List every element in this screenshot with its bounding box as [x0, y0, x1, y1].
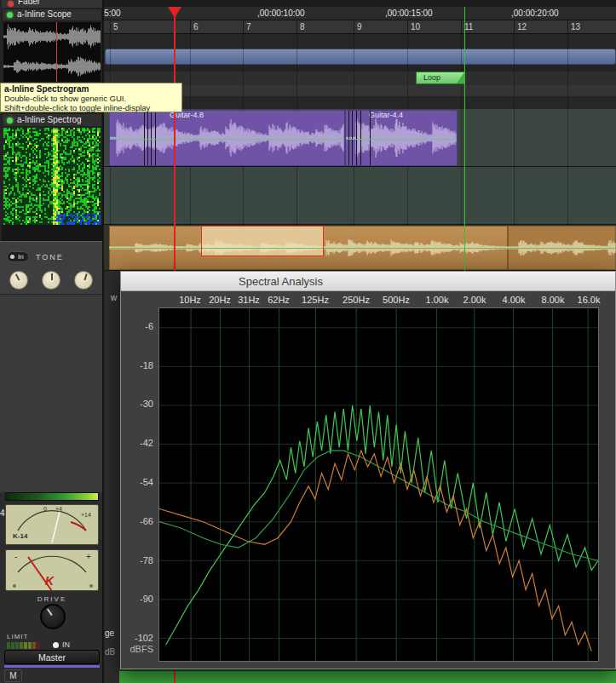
drive-knob[interactable] — [40, 604, 66, 629]
processor-scope-label: a-Inline Scope — [17, 9, 72, 19]
knob-pointer-icon — [83, 273, 87, 280]
timecode-label: ,00:00:20:00 — [511, 9, 559, 18]
freq-tick-label: 31Hz — [238, 295, 260, 305]
plugin-tooltip: a-Inline Spectrogram Double-click to sho… — [0, 83, 182, 112]
db-tick-label: -6 — [126, 321, 153, 331]
loop-marker-label: Loop — [423, 73, 440, 82]
bar-tick — [296, 20, 297, 34]
db-tick-label: -78 — [126, 555, 153, 565]
partial-label-ge: ge — [105, 628, 114, 638]
ruler-top-lane — [104, 0, 616, 7]
freq-tick-label: 62Hz — [268, 295, 290, 305]
knob-pointer-icon — [47, 608, 53, 616]
tone-in-label: In — [18, 253, 24, 261]
region-guitar-a[interactable]: Guitar-4.8 — [109, 110, 345, 166]
marker-lane-1[interactable] — [104, 34, 616, 49]
vu-screw-right-icon — [89, 584, 93, 588]
region-splice-line — [144, 111, 145, 165]
tone-knob-high[interactable] — [74, 271, 93, 290]
led-segment-icon — [37, 642, 40, 649]
loop-range-marker[interactable]: Loop — [416, 72, 465, 84]
region-tan-selection-frame[interactable] — [201, 226, 324, 256]
bar-number: 6 — [193, 22, 199, 32]
bus-summary-bar[interactable] — [105, 49, 616, 65]
mute-button[interactable]: M — [4, 669, 22, 682]
k14-meter-label: K-14 — [13, 532, 27, 540]
gain-line[interactable] — [109, 248, 616, 249]
spectrum-curve-green-jagged — [166, 405, 598, 645]
spectrum-curve-orange — [159, 451, 591, 651]
processor-box-footer — [2, 225, 102, 241]
tone-in-toggle[interactable]: In — [7, 251, 29, 262]
processor-inline-scope[interactable]: a-Inline Scope — [2, 9, 102, 21]
db-tick-label: -18 — [126, 360, 153, 370]
bar-number: 11 — [464, 22, 473, 32]
waveform-path — [110, 119, 343, 157]
bar-number: 12 — [517, 22, 527, 32]
bars-ruler[interactable]: 5678910111213 — [104, 20, 616, 34]
tooltip-line-2: Shift+double-click to toggle inline-disp… — [4, 103, 150, 112]
timecode-label: ,00:00:15:00 — [385, 9, 433, 18]
bar-number: 5 — [113, 22, 118, 32]
drive-label: DRIVE — [5, 595, 99, 603]
region-splice-line — [147, 111, 148, 165]
playhead-head-icon[interactable] — [168, 7, 181, 18]
gain-line[interactable] — [346, 139, 457, 140]
gain-line[interactable] — [110, 139, 344, 140]
led-segment-icon — [24, 642, 27, 649]
tone-knob-low[interactable] — [9, 271, 28, 290]
freq-tick-label: 10Hz — [179, 295, 201, 305]
region-guitar-b[interactable]: Guitar-4.4 — [345, 110, 458, 166]
tooltip-title: a-Inline Spectrogram — [4, 84, 89, 94]
tooltip-line-1: Double-click to show generic GUI. — [4, 94, 126, 103]
region-splice-line — [155, 111, 156, 165]
k14-tick-14: +14 — [81, 512, 91, 518]
region-splice-line — [348, 111, 349, 165]
playhead-line-bottom — [174, 671, 176, 683]
fader-led-icon — [8, 1, 14, 7]
loop-marker-fold-icon — [457, 72, 464, 83]
spectrogram-led-icon — [7, 118, 13, 123]
region-splice-line — [360, 111, 361, 165]
waveform-path — [346, 118, 456, 158]
limit-in-toggle[interactable] — [53, 642, 59, 648]
processor-fader[interactable]: Fader — [2, 0, 102, 8]
marker-lane-2[interactable] — [104, 65, 616, 72]
limit-led-segments — [7, 642, 46, 649]
bar-tick — [354, 20, 354, 34]
bottom-green-track[interactable] — [119, 669, 616, 683]
bar-number: 13 — [571, 22, 580, 32]
tone-in-led-icon — [10, 255, 14, 259]
track-empty[interactable] — [104, 167, 616, 225]
spectral-analysis-window: Spectral Analysis 10Hz20Hz31Hz62Hz125Hz2… — [120, 271, 616, 669]
freq-tick-label: 250Hz — [343, 295, 370, 305]
processor-inline-spectrogram[interactable]: a-Inline Spectrog — [2, 113, 102, 127]
freq-tick-label: 16.0k — [578, 295, 601, 305]
processor-spectrogram-label: a-Inline Spectrog — [17, 115, 82, 124]
vu-meter: - + K — [5, 549, 99, 591]
bar-tick — [567, 20, 568, 34]
db-tick-label: -54 — [126, 477, 153, 487]
bar-tick — [110, 20, 111, 34]
limit-in-label: IN — [62, 640, 70, 649]
daw-editor-screen: Fader a-Inline Scope a-Inline Spectrog I… — [0, 0, 616, 683]
bar-tick — [461, 20, 462, 34]
mute-button-label: M — [5, 670, 21, 682]
freq-tick-label: 4.00k — [503, 295, 526, 305]
master-button[interactable]: Master — [4, 650, 100, 664]
bar-number: 9 — [357, 22, 362, 32]
processor-fader-label: Fader — [18, 0, 40, 6]
playhead-line[interactable] — [174, 7, 176, 271]
inline-spectrogram-display[interactable] — [3, 128, 101, 225]
freq-tick-label: 1.00k — [426, 295, 449, 305]
bar-number: 7 — [246, 22, 251, 32]
k14-tick-0: 0 — [43, 506, 47, 512]
track-number-label: 4 — [0, 508, 5, 518]
partial-label-w: w — [111, 293, 117, 302]
freq-tick-label: 20Hz — [209, 295, 231, 305]
bar-tick — [243, 20, 244, 34]
spectrum-plot-area — [158, 307, 599, 662]
inline-scope-display[interactable] — [3, 22, 101, 82]
tone-knob-mid[interactable] — [42, 271, 60, 290]
window-titlebar[interactable] — [121, 272, 615, 291]
